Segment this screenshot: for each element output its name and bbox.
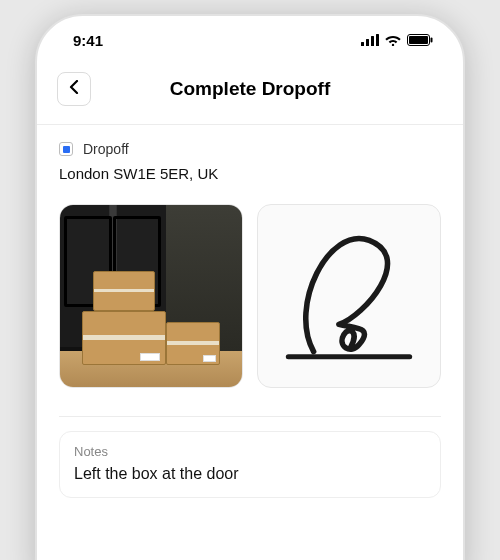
cellular-icon	[361, 32, 379, 49]
package-at-door-icon	[60, 205, 242, 387]
svg-rect-3	[376, 34, 379, 46]
attachments-row	[59, 204, 441, 388]
svg-rect-2	[371, 36, 374, 46]
header: Complete Dropoff	[37, 64, 463, 124]
svg-rect-7	[431, 37, 433, 42]
phone-frame: 9:41 Complete Dropoff Dropoff	[35, 14, 465, 560]
content: Dropoff London SW1E 5ER, UK	[37, 125, 463, 498]
svg-rect-6	[409, 36, 428, 44]
status-bar: 9:41	[37, 16, 463, 64]
battery-icon	[407, 32, 433, 49]
status-time: 9:41	[73, 32, 103, 49]
delivery-photo[interactable]	[59, 204, 243, 388]
checkbox-mark-icon	[63, 146, 70, 153]
chevron-left-icon	[69, 80, 79, 98]
signature-icon	[258, 205, 440, 387]
task-type-label: Dropoff	[83, 141, 129, 157]
task-type-row: Dropoff	[59, 141, 441, 157]
section-divider	[59, 416, 441, 417]
notes-label: Notes	[74, 444, 426, 459]
back-button[interactable]	[57, 72, 91, 106]
svg-rect-0	[361, 42, 364, 46]
status-indicators	[361, 32, 433, 49]
task-checkbox[interactable]	[59, 142, 73, 156]
signature-pad[interactable]	[257, 204, 441, 388]
svg-rect-1	[366, 39, 369, 46]
notes-value: Left the box at the door	[74, 465, 426, 483]
page-title: Complete Dropoff	[37, 78, 463, 100]
notes-field[interactable]: Notes Left the box at the door	[59, 431, 441, 498]
wifi-icon	[385, 32, 401, 49]
task-address: London SW1E 5ER, UK	[59, 165, 441, 182]
svg-point-4	[392, 43, 394, 45]
